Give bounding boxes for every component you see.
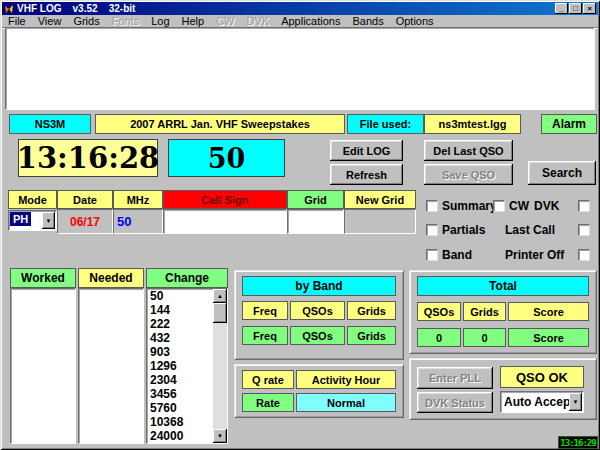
band-item[interactable]: 50 (147, 289, 213, 303)
band-label: Band (442, 248, 472, 262)
del-last-qso-button[interactable]: Del Last QSO (424, 140, 513, 161)
edit-log-button[interactable]: Edit LOG (330, 140, 403, 161)
activity-hour-label: Activity Hour (296, 370, 396, 389)
total-score-value: Score (508, 328, 589, 347)
dvk-status-button: DVK Status (417, 392, 493, 413)
call-sign-input[interactable] (163, 209, 287, 234)
mode-header: Mode (8, 190, 57, 209)
grid-input[interactable] (287, 209, 344, 234)
band-item[interactable]: 432 (147, 331, 213, 345)
band-item[interactable]: 24000 (147, 429, 213, 443)
band-item[interactable]: 10368 (147, 415, 213, 429)
rate-value: Normal (296, 393, 396, 412)
by-band-grids-value: Grids (347, 326, 396, 345)
band-change-list[interactable]: 50 144 222 432 903 1296 2304 3456 5760 1… (146, 288, 228, 444)
app-icon (4, 4, 14, 14)
total-title: Total (417, 276, 589, 296)
close-button[interactable]: × (583, 3, 596, 14)
last-call-label: Last Call (505, 223, 555, 237)
auto-accept-combobox[interactable]: Auto Accept ▼ (500, 391, 584, 413)
by-band-freq-header: Freq (242, 301, 288, 320)
minimize-button[interactable]: _ (555, 3, 568, 14)
mhz-value: 50 (113, 209, 163, 234)
band-item[interactable]: 903 (147, 345, 213, 359)
cw-checkbox[interactable] (493, 200, 505, 212)
scroll-down-icon[interactable]: ▼ (213, 429, 227, 443)
enter-pll-button: Enter PLL (417, 367, 493, 389)
alarm-button[interactable]: Alarm (541, 114, 597, 134)
last-call-checkbox[interactable] (578, 224, 590, 236)
total-score-header: Score (508, 302, 589, 321)
file-used-label: File used: (347, 114, 424, 134)
summary-label: Summary (442, 199, 497, 213)
app-window: VHF LOG v3.52 32-bit _ □ × File View Gri… (0, 0, 600, 450)
band-item[interactable]: 222 (147, 317, 213, 331)
auto-accept-dropdown-icon[interactable]: ▼ (569, 393, 582, 411)
printer-off-label: Printer Off (505, 248, 564, 262)
date-header: Date (57, 190, 113, 209)
close-icon: × (587, 5, 592, 13)
mode-selected-value: PH (10, 212, 31, 226)
qso-ok-indicator: QSO OK (500, 366, 584, 388)
worked-list[interactable] (10, 288, 76, 444)
menu-view[interactable]: View (32, 15, 68, 27)
by-band-qsos-header: QSOs (290, 301, 345, 320)
maximize-icon: □ (573, 5, 578, 13)
printer-off-checkbox[interactable] (578, 249, 590, 261)
menu-bands[interactable]: Bands (346, 15, 389, 27)
menu-options[interactable]: Options (390, 15, 440, 27)
band-list-scrollbar[interactable]: ▲ ▼ (213, 289, 227, 443)
mhz-header: MHz (113, 190, 163, 209)
new-grid-header: New Grid (344, 190, 416, 209)
band-checkbox[interactable] (426, 249, 438, 261)
total-qsos-header: QSOs (417, 302, 461, 321)
window-title: VHF LOG v3.52 32-bit (17, 3, 554, 14)
total-qsos-value: 0 (417, 328, 461, 347)
partials-label: Partials (442, 223, 485, 237)
log-display[interactable] (5, 27, 595, 110)
total-grids-value: 0 (463, 328, 506, 347)
needed-list[interactable] (78, 288, 144, 444)
menu-file[interactable]: File (2, 15, 32, 27)
auto-accept-value: Auto Accept (504, 395, 574, 409)
station-callsign: NS3M (9, 114, 91, 134)
menu-fonts: Fonts (106, 15, 146, 27)
rate-label: Rate (242, 393, 294, 412)
dvk-checkbox[interactable] (578, 200, 590, 212)
menu-log[interactable]: Log (145, 15, 175, 27)
partials-checkbox[interactable] (426, 224, 438, 236)
band-item[interactable]: 3456 (147, 387, 213, 401)
q-rate-label: Q rate (242, 370, 294, 389)
utc-clock: 13:16:28 (18, 139, 158, 177)
log-file-name: ns3mtest.lgg (424, 114, 521, 134)
title-bar[interactable]: VHF LOG v3.52 32-bit _ □ × (2, 2, 598, 15)
maximize-button[interactable]: □ (569, 3, 582, 14)
total-grids-header: Grids (463, 302, 506, 321)
scrollbar-thumb[interactable] (213, 303, 227, 323)
menu-dvk: DVK (241, 15, 276, 27)
band-item[interactable]: 144 (147, 303, 213, 317)
needed-header: Needed (78, 268, 144, 288)
mode-combobox[interactable]: PH ▼ (8, 210, 57, 231)
scroll-up-icon[interactable]: ▲ (213, 289, 227, 303)
menu-applications[interactable]: Applications (275, 15, 346, 27)
summary-checkbox[interactable] (426, 200, 438, 212)
refresh-button[interactable]: Refresh (330, 164, 403, 185)
new-grid-value (344, 209, 416, 234)
by-band-grids-header: Grids (347, 301, 396, 320)
date-value: 06/17 (57, 209, 113, 234)
dvk-label: DVK (534, 199, 559, 213)
menu-grids[interactable]: Grids (67, 15, 105, 27)
band-item[interactable]: 2304 (147, 373, 213, 387)
worked-header: Worked (10, 268, 76, 288)
current-band-display: 50 (168, 139, 285, 177)
menu-cw: CW (210, 15, 240, 27)
cw-label: CW (509, 199, 529, 213)
mode-dropdown-icon[interactable]: ▼ (42, 212, 55, 229)
minimize-icon: _ (559, 5, 563, 13)
search-button[interactable]: Search (528, 161, 596, 185)
by-band-qsos-value: QSOs (290, 326, 345, 345)
band-item[interactable]: 1296 (147, 359, 213, 373)
menu-help[interactable]: Help (176, 15, 211, 27)
band-item[interactable]: 5760 (147, 401, 213, 415)
